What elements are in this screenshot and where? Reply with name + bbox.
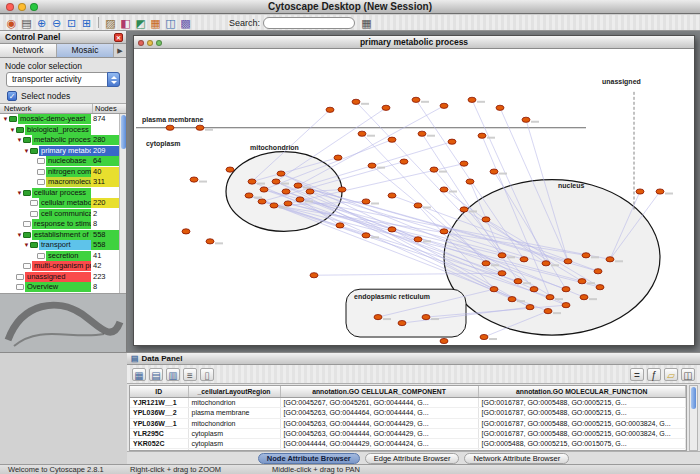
network-node[interactable] bbox=[368, 163, 376, 168]
print-icon[interactable]: ▤ bbox=[19, 16, 34, 30]
function-builder-icon[interactable]: ƒ bbox=[647, 368, 661, 381]
attribute-browser-tab[interactable]: Network Attribute Browser bbox=[464, 453, 569, 464]
network-node[interactable] bbox=[656, 189, 664, 194]
expander-icon[interactable]: ▼ bbox=[16, 137, 23, 143]
open-folder-icon[interactable]: ▱ bbox=[664, 368, 678, 381]
network-node[interactable] bbox=[382, 105, 390, 110]
network-node[interactable] bbox=[440, 229, 448, 234]
table-row[interactable]: YPL036W__1mitochondrion[GO:0045263, GO:0… bbox=[130, 418, 686, 428]
network-node[interactable] bbox=[206, 239, 214, 244]
tree-row[interactable]: macromolecule311 bbox=[0, 177, 119, 188]
network-node[interactable] bbox=[460, 207, 468, 212]
network-node[interactable] bbox=[270, 203, 278, 208]
trash-icon[interactable]: ▯ bbox=[200, 368, 214, 381]
network-node[interactable] bbox=[352, 99, 360, 104]
tree-row[interactable]: ▼mosaic-demo-yeast874 bbox=[0, 114, 119, 125]
attribute-browser-tab[interactable]: Node Attribute Browser bbox=[258, 453, 360, 464]
session-icon[interactable]: ◉ bbox=[4, 16, 19, 30]
network-node[interactable] bbox=[388, 227, 396, 232]
tree-row[interactable]: unassigned223 bbox=[0, 272, 119, 283]
expander-icon[interactable]: ▼ bbox=[9, 127, 16, 133]
filter-icon[interactable]: ◫ bbox=[163, 16, 178, 30]
network-node[interactable] bbox=[440, 187, 448, 192]
column-header[interactable]: ID bbox=[130, 386, 188, 398]
network-node[interactable] bbox=[398, 320, 406, 325]
network-node[interactable] bbox=[526, 305, 534, 310]
column-header[interactable]: annotation.GO CELLULAR_COMPONENT bbox=[280, 386, 478, 398]
tree-row[interactable]: Overview8 bbox=[0, 282, 119, 293]
network-node[interactable] bbox=[440, 103, 448, 108]
expander-icon[interactable]: ▼ bbox=[16, 190, 23, 196]
select-attributes-icon[interactable]: ▦ bbox=[132, 368, 146, 381]
network-node[interactable] bbox=[284, 201, 292, 206]
tree-row[interactable]: cell communicat2 bbox=[0, 209, 119, 220]
expander-icon[interactable]: ▼ bbox=[23, 148, 30, 154]
column-header[interactable]: annotation.GO MOLECULAR_FUNCTION bbox=[478, 386, 686, 398]
network-node[interactable] bbox=[478, 133, 486, 138]
network-node[interactable] bbox=[514, 279, 522, 284]
network-node[interactable] bbox=[362, 233, 370, 238]
expander-icon[interactable]: ▼ bbox=[16, 232, 23, 238]
network-node[interactable] bbox=[490, 287, 498, 292]
network-node[interactable] bbox=[460, 161, 468, 166]
network-node[interactable] bbox=[582, 253, 590, 258]
zoom-fit-icon[interactable]: ⊞ bbox=[79, 16, 94, 30]
table-scrollbar-thumb[interactable] bbox=[691, 387, 696, 409]
tree-row[interactable]: ▼establishment of lo558 bbox=[0, 230, 119, 241]
minimize-window-icon[interactable] bbox=[18, 3, 26, 11]
table-row[interactable]: YKR052Ccytoplasm[GO:0044444, GO:0044429,… bbox=[130, 439, 686, 449]
network-node[interactable] bbox=[522, 117, 530, 122]
network-node[interactable] bbox=[430, 167, 438, 172]
network-node[interactable] bbox=[498, 253, 506, 258]
network-canvas[interactable]: plasma membranecytoplasmmitochondrionnuc… bbox=[134, 50, 694, 345]
tree-row[interactable]: nitrogen compo40 bbox=[0, 167, 119, 178]
network-node[interactable] bbox=[388, 193, 396, 198]
network-node[interactable] bbox=[362, 199, 370, 204]
network-node[interactable] bbox=[448, 139, 456, 144]
network-window-titlebar[interactable]: primary metabolic process bbox=[134, 36, 694, 49]
table-row[interactable]: YLR295Ccytoplasm[GO:0045263, GO:0044444,… bbox=[130, 428, 686, 438]
network-node[interactable] bbox=[310, 273, 318, 278]
network-column-header[interactable]: Network bbox=[0, 104, 93, 113]
network-node[interactable] bbox=[440, 338, 448, 343]
table-row[interactable]: YPL036W__2plasma membrane[GO:0045263, GO… bbox=[130, 408, 686, 418]
network-node[interactable] bbox=[226, 167, 234, 172]
network-node[interactable] bbox=[336, 223, 344, 228]
network-node[interactable] bbox=[542, 261, 550, 266]
network-node[interactable] bbox=[306, 189, 314, 194]
network-node[interactable] bbox=[496, 105, 504, 110]
network-import-icon[interactable]: ▦ bbox=[148, 16, 163, 30]
network-node[interactable] bbox=[260, 187, 268, 192]
network-node[interactable] bbox=[520, 257, 528, 262]
network-node[interactable] bbox=[334, 155, 342, 160]
create-attribute-icon[interactable]: ▤ bbox=[149, 368, 163, 381]
zoom-in-icon[interactable]: ⊕ bbox=[34, 16, 49, 30]
network-node[interactable] bbox=[606, 257, 614, 262]
network-node[interactable] bbox=[562, 303, 570, 308]
network-node[interactable] bbox=[282, 189, 290, 194]
network-node[interactable] bbox=[564, 259, 572, 264]
nodes-column-header[interactable]: Nodes bbox=[93, 104, 126, 113]
network-node[interactable] bbox=[272, 179, 280, 184]
attribute-browser-tab[interactable]: Edge Attribute Browser bbox=[365, 453, 460, 464]
minimize-network-icon[interactable] bbox=[147, 40, 153, 46]
table-row[interactable]: YJR121W__1mitochondrion[GO:0045267, GO:0… bbox=[130, 398, 686, 408]
plugins-icon[interactable]: ▩ bbox=[178, 16, 193, 30]
network-node[interactable] bbox=[245, 193, 253, 198]
tab-network[interactable]: Network bbox=[0, 44, 57, 57]
equation-icon[interactable]: = bbox=[630, 368, 644, 381]
close-panel-icon[interactable]: ✕ bbox=[114, 33, 123, 42]
network-node[interactable] bbox=[594, 269, 602, 274]
expander-icon[interactable]: ▼ bbox=[23, 242, 30, 248]
zoom-window-icon[interactable] bbox=[30, 3, 38, 11]
tree-row[interactable]: ▼transport558 bbox=[0, 240, 119, 251]
network-node[interactable] bbox=[248, 179, 256, 184]
network-node[interactable] bbox=[636, 189, 644, 194]
network-node[interactable] bbox=[166, 125, 174, 130]
network-node[interactable] bbox=[338, 187, 346, 192]
column-header[interactable]: _cellularLayoutRegion bbox=[188, 386, 280, 398]
network-node[interactable] bbox=[482, 217, 490, 222]
tree-row[interactable]: ▼primary metabo209 bbox=[0, 146, 119, 157]
tree-row[interactable]: ▼cellular process bbox=[0, 188, 119, 199]
tree-row[interactable]: ▼biological_process bbox=[0, 125, 119, 136]
